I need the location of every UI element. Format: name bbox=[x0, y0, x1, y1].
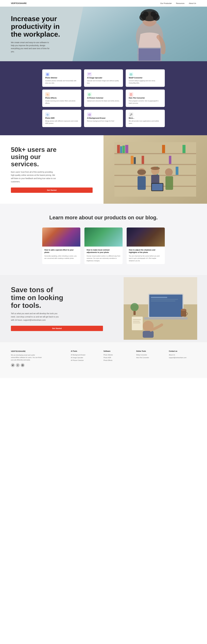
ai-colorizer-desc: Upload and colourise the black and white… bbox=[87, 100, 120, 102]
svg-point-62 bbox=[130, 303, 139, 311]
photo-effects-icon bbox=[45, 92, 50, 97]
webp-converter-icon bbox=[129, 72, 133, 77]
cta-text: Save tons of time on looking for tools. … bbox=[0, 275, 114, 342]
footer: VERTEXSHARE We are developing smart and … bbox=[0, 342, 207, 378]
blog-card-1[interactable]: How to add a special effect to your phot… bbox=[42, 228, 80, 264]
blog-title-3: How to adjust the shadows and highlights… bbox=[129, 249, 163, 254]
svg-rect-25 bbox=[114, 164, 196, 165]
svg-rect-10 bbox=[48, 74, 49, 74]
social-proof-image bbox=[104, 135, 207, 204]
blog-card-2[interactable]: How to make local contrast adjustments t… bbox=[84, 228, 123, 264]
svg-rect-56 bbox=[151, 299, 178, 300]
blog-content-2: How to make local contrast adjustments t… bbox=[84, 246, 123, 264]
social-proof-section: 50k+ users are using our services. Earn … bbox=[0, 135, 207, 204]
photo-stitcher-name: Photo Stitcher bbox=[45, 77, 78, 79]
bg-eraser-name: AI Background Eraser bbox=[87, 117, 120, 119]
hero-title: Increase your productivity in the workpl… bbox=[11, 15, 68, 38]
cta-button[interactable]: Get Started bbox=[11, 326, 103, 331]
social-proof-text: 50k+ users are using our services. Earn … bbox=[0, 135, 104, 204]
facebook-icon[interactable] bbox=[16, 363, 20, 367]
footer-link-heic[interactable]: Heic File Converter bbox=[136, 357, 163, 358]
svg-rect-38 bbox=[176, 167, 178, 175]
svg-rect-13 bbox=[88, 74, 89, 74]
social-proof-cta[interactable]: Get Started bbox=[11, 188, 93, 193]
photo-stitcher-desc: Combine photos vertically and horizontal… bbox=[45, 80, 78, 84]
product-card-bg-eraser[interactable]: AI Background Eraser Remove background f… bbox=[84, 110, 123, 127]
blog-section: Learn more about our products on our blo… bbox=[0, 204, 207, 275]
blog-card-3[interactable]: How to adjust the shadows and highlights… bbox=[127, 228, 165, 264]
footer-col-title-ai: AI Tools bbox=[71, 350, 98, 352]
blog-title-2: How to make local contrast adjustments t… bbox=[87, 249, 120, 254]
svg-rect-24 bbox=[114, 153, 196, 154]
product-card-photo-effects[interactable]: Photo Effects Create stunning and creati… bbox=[42, 90, 81, 107]
svg-rect-57 bbox=[151, 300, 175, 302]
product-card-ai-colorizer[interactable]: AI Picture Colorizer Upload and colouris… bbox=[84, 90, 123, 107]
svg-rect-55 bbox=[151, 297, 167, 298]
photo-hdr-icon bbox=[45, 112, 50, 117]
webp-converter-name: WebP Converter bbox=[129, 77, 162, 79]
blog-title: Learn more about our products on our blo… bbox=[11, 214, 196, 221]
footer-link-photo-hdr[interactable]: Photo HDR bbox=[104, 357, 131, 358]
product-card-webp-converter[interactable]: WebP Converter Convert webp to jpg/png a… bbox=[126, 70, 165, 87]
nav-resources[interactable]: Resources bbox=[176, 2, 184, 4]
footer-link-photo-stitcher[interactable]: Photo Stitcher bbox=[104, 354, 131, 356]
nav-links: Our Products▾ Resources About Us bbox=[160, 2, 196, 4]
webp-converter-desc: Convert webp to jpg/png and vice versa. … bbox=[129, 80, 162, 84]
footer-col-online-tools: Online Tools Webp Converter Heic File Co… bbox=[136, 350, 163, 367]
nav-products[interactable]: Our Products▾ bbox=[160, 2, 172, 4]
nav-about[interactable]: About Us bbox=[189, 2, 196, 4]
footer-link-about[interactable]: About Us bbox=[169, 354, 196, 356]
bg-eraser-icon bbox=[87, 112, 92, 117]
blog-content-3: How to adjust the shadows and highlights… bbox=[127, 246, 165, 264]
footer-logo: VERTEXSHARE bbox=[11, 350, 65, 352]
footer-col-title-software: Software bbox=[104, 350, 131, 352]
footer-col-contact: Contact us About Us support@vertexshare.… bbox=[169, 350, 196, 367]
product-card-ai-upscaler[interactable]: AI Image Upscaler Upscale and increase i… bbox=[84, 70, 123, 87]
product-card-photo-hdr[interactable]: Photo HDR Merge photos with different ex… bbox=[42, 110, 81, 127]
footer-link-webp[interactable]: Webp Converter bbox=[136, 354, 163, 356]
svg-point-17 bbox=[89, 94, 90, 95]
footer-link-bg-eraser[interactable]: AI Background Eraser bbox=[71, 354, 98, 356]
footer-col-title-contact: Contact us bbox=[169, 350, 196, 352]
blog-title-1: How to add a special effect to your phot… bbox=[44, 249, 78, 254]
footer-link-ai-colorizer[interactable]: AI Picture Colorizer bbox=[71, 360, 98, 361]
svg-rect-34 bbox=[142, 156, 144, 164]
twitter-icon[interactable] bbox=[11, 363, 15, 367]
photo-effects-name: Photo Effects bbox=[45, 97, 78, 99]
product-card-heic-converter[interactable]: Heic File Converter Free program convert… bbox=[126, 90, 165, 107]
svg-rect-32 bbox=[131, 156, 133, 164]
hero-section: Increase your productivity in the workpl… bbox=[0, 7, 207, 61]
photo-hdr-desc: Merge photos with different exposures an… bbox=[45, 120, 78, 124]
svg-rect-33 bbox=[134, 157, 136, 164]
svg-rect-9 bbox=[47, 74, 48, 74]
product-card-photo-stitcher[interactable]: Photo Stitcher Combine photos vertically… bbox=[42, 70, 81, 87]
cta-illustration bbox=[124, 277, 197, 340]
svg-rect-12 bbox=[48, 74, 49, 76]
product-card-more[interactable]: More... We will provide more application… bbox=[126, 110, 165, 127]
photo-hdr-name: Photo HDR bbox=[45, 117, 78, 119]
svg-rect-14 bbox=[130, 74, 132, 75]
heic-converter-name: Heic File Converter bbox=[129, 97, 162, 99]
cta-image bbox=[114, 275, 207, 342]
footer-grid: VERTEXSHARE We are developing smart and … bbox=[11, 350, 196, 367]
hero-person-illustration bbox=[115, 7, 183, 61]
footer-link-photo-effects[interactable]: Photo Effects bbox=[104, 360, 131, 361]
instagram-icon[interactable] bbox=[21, 363, 25, 367]
cta-section: Save tons of time on looking for tools. … bbox=[0, 275, 207, 342]
more-name: More... bbox=[129, 117, 162, 119]
svg-point-5 bbox=[143, 11, 148, 17]
blog-content-1: How to add a special effect to your phot… bbox=[42, 246, 80, 262]
navbar: VERTEXSHARE Our Products▾ Resources Abou… bbox=[0, 0, 207, 7]
footer-col-software: Software Photo Stitcher Photo HDR Photo … bbox=[104, 350, 131, 367]
svg-rect-42 bbox=[138, 176, 146, 190]
blog-image-1 bbox=[42, 228, 80, 246]
footer-col-title-online: Online Tools bbox=[136, 350, 163, 352]
svg-rect-11 bbox=[47, 74, 48, 76]
footer-link-ai-upscaler[interactable]: AI Image Upscaler bbox=[71, 357, 98, 358]
svg-rect-65 bbox=[133, 319, 141, 320]
footer-col-ai-tools: AI Tools AI Background Eraser AI Image U… bbox=[71, 350, 98, 367]
footer-link-email[interactable]: support@vertexshare.com bbox=[169, 357, 196, 358]
svg-rect-59 bbox=[143, 331, 154, 338]
ai-upscaler-name: AI Image Upscaler bbox=[87, 77, 120, 79]
blog-desc-3: You are charmed by the scene before you … bbox=[129, 255, 163, 262]
